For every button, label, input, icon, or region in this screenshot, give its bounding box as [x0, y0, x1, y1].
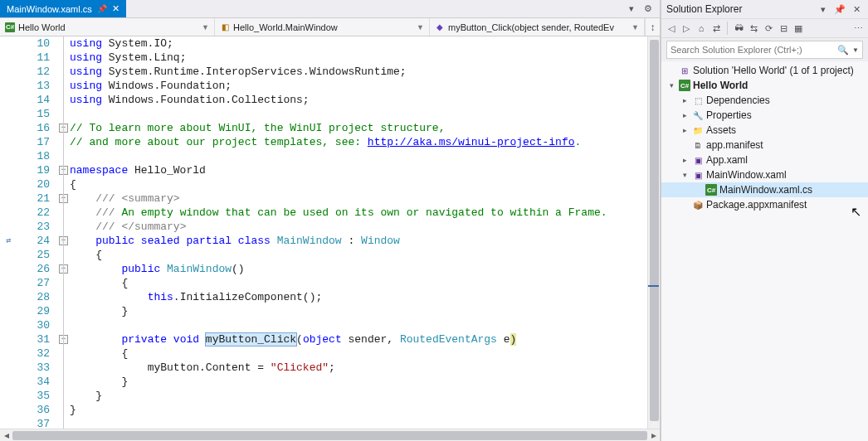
- ref-icon: ⬚: [692, 94, 704, 106]
- expand-arrow-icon[interactable]: ▸: [680, 156, 690, 164]
- home-icon[interactable]: ⌂: [695, 22, 708, 35]
- search-icon[interactable]: 🔍: [834, 45, 849, 56]
- close-icon[interactable]: ✕: [112, 3, 119, 14]
- solution-explorer-panel: Solution Explorer ▾ 📌 ✕ ◁ ▷ ⌂ ⇄ 🕶 ⇆ ⟳ ⊟ …: [661, 0, 868, 441]
- auto-hide-pin-icon[interactable]: 📌: [833, 2, 846, 16]
- expand-arrow-icon[interactable]: ▾: [680, 171, 690, 179]
- tab-dropdown-icon[interactable]: ▾: [625, 2, 638, 16]
- sln-icon: ⊞: [679, 65, 690, 76]
- scroll-right-arrow-icon[interactable]: ▸: [647, 429, 660, 441]
- vertical-scrollbar[interactable]: [647, 36, 660, 429]
- scroll-caret-mark: [648, 285, 659, 287]
- sync-with-active-doc-icon[interactable]: ⇆: [747, 22, 760, 35]
- chevron-down-icon: ▼: [417, 23, 424, 32]
- tab-title: MainWindow.xaml.cs: [7, 4, 92, 14]
- tree-node-label: Assets: [706, 124, 736, 136]
- expand-arrow-icon[interactable]: ▾: [666, 81, 676, 90]
- pin-icon[interactable]: 📌: [97, 4, 107, 13]
- tree-node-label: Dependencies: [706, 94, 770, 106]
- tree-node[interactable]: ▾C#Hello World: [661, 78, 868, 93]
- chevron-down-icon: ▼: [631, 23, 639, 32]
- csharp-project-icon: C#: [5, 22, 15, 32]
- tree-node-label: Hello World: [693, 80, 748, 91]
- editor-area: MainWindow.xaml.cs 📌 ✕ ▾ ⚙ C# Hello Worl…: [0, 0, 661, 441]
- code-text[interactable]: using System.IO;using System.Linq;using …: [70, 36, 647, 429]
- tree-node-label: App.xaml: [706, 154, 748, 166]
- chevron-down-icon: ▼: [202, 23, 209, 32]
- pending-changes-filter-icon[interactable]: 🕶: [732, 22, 745, 35]
- refresh-icon[interactable]: ⟳: [762, 22, 775, 35]
- method-icon: ◆: [435, 22, 445, 32]
- cs-icon: C#: [705, 184, 717, 196]
- file-icon: 🗎: [692, 139, 704, 151]
- nav-project-dropdown[interactable]: C# Hello World ▼: [0, 18, 215, 36]
- class-icon: ◧: [220, 22, 230, 32]
- indicator-margin: ⇄: [0, 36, 17, 429]
- fold-icon: 📁: [692, 124, 704, 136]
- tree-node[interactable]: 🗎app.manifest: [661, 138, 868, 153]
- line-number-gutter: 1011121314151617181920212223242526272829…: [17, 36, 58, 429]
- tree-node[interactable]: ▸📁Assets: [661, 123, 868, 138]
- document-tab-strip: MainWindow.xaml.cs 📌 ✕ ▾ ⚙: [0, 0, 660, 18]
- cs-icon: C#: [679, 80, 690, 91]
- expand-arrow-icon[interactable]: ▸: [680, 126, 690, 134]
- nav-member-dropdown[interactable]: ◆ myButton_Click(object sender, RoutedEv…: [430, 18, 645, 36]
- show-all-files-icon[interactable]: ▦: [792, 22, 805, 35]
- nav-project-label: Hello World: [18, 22, 66, 32]
- tree-node-label: Solution 'Hello World' (1 of 1 project): [693, 65, 854, 76]
- code-editor[interactable]: ⇄ 10111213141516171819202122232425262728…: [0, 36, 660, 429]
- tree-node[interactable]: C#MainWindow.xaml.cs: [661, 182, 868, 197]
- tree-node-label: MainWindow.xaml: [706, 169, 787, 181]
- back-icon[interactable]: ◁: [665, 22, 678, 35]
- tree-node[interactable]: ▸⬚Dependencies: [661, 93, 868, 108]
- navigation-bar: C# Hello World ▼ ◧ Hello_World.MainWindo…: [0, 18, 660, 36]
- search-input[interactable]: [671, 45, 834, 55]
- collapse-all-icon[interactable]: ⊟: [777, 22, 790, 35]
- tree-node[interactable]: ▸▣App.xaml: [661, 153, 868, 167]
- nav-class-label: Hello_World.MainWindow: [233, 22, 338, 32]
- window-position-icon[interactable]: ▾: [817, 2, 830, 16]
- scroll-thumb-horizontal[interactable]: [12, 431, 647, 440]
- solution-explorer-toolbar: ◁ ▷ ⌂ ⇄ 🕶 ⇆ ⟳ ⊟ ▦ ⋯: [661, 18, 868, 38]
- prop-icon: 🔧: [692, 109, 704, 121]
- nav-class-dropdown[interactable]: ◧ Hello_World.MainWindow ▼: [215, 18, 430, 36]
- gear-icon[interactable]: ⚙: [641, 2, 655, 16]
- xaml-icon: ▣: [692, 169, 704, 181]
- solution-explorer-titlebar: Solution Explorer ▾ 📌 ✕: [661, 0, 868, 18]
- split-editor-button[interactable]: ↕: [645, 18, 660, 36]
- more-icon[interactable]: ⋯: [851, 22, 865, 35]
- horizontal-scrollbar[interactable]: ◂ ▸: [0, 429, 660, 441]
- switch-views-icon[interactable]: ⇄: [710, 22, 723, 35]
- xaml-icon: ▣: [692, 154, 704, 166]
- outlining-margin[interactable]: −−−−−−: [58, 36, 70, 429]
- tree-node[interactable]: 📦Package.appxmanifest: [661, 197, 868, 212]
- tree-node-label: Package.appxmanifest: [706, 199, 807, 211]
- solution-tree[interactable]: ⊞Solution 'Hello World' (1 of 1 project)…: [661, 61, 868, 441]
- solution-explorer-search[interactable]: 🔍 ▼: [666, 41, 863, 59]
- tree-node[interactable]: ▸🔧Properties: [661, 108, 868, 123]
- panel-title: Solution Explorer: [666, 3, 742, 15]
- search-dropdown-icon[interactable]: ▼: [849, 46, 859, 54]
- tree-node[interactable]: ⊞Solution 'Hello World' (1 of 1 project): [661, 63, 868, 78]
- document-tab-active[interactable]: MainWindow.xaml.cs 📌 ✕: [0, 0, 126, 17]
- tree-node-label: MainWindow.xaml.cs: [719, 184, 812, 196]
- expand-arrow-icon[interactable]: ▸: [680, 111, 690, 119]
- scroll-left-arrow-icon[interactable]: ◂: [0, 429, 12, 441]
- scroll-thumb[interactable]: [650, 40, 659, 421]
- forward-icon[interactable]: ▷: [680, 22, 693, 35]
- tree-node[interactable]: ▾▣MainWindow.xaml: [661, 167, 868, 182]
- tree-node-label: Properties: [706, 109, 752, 121]
- close-panel-icon[interactable]: ✕: [850, 2, 863, 16]
- pkg-icon: 📦: [692, 199, 704, 211]
- tree-node-label: app.manifest: [706, 139, 763, 151]
- nav-member-label: myButton_Click(object sender, RoutedEv: [448, 22, 614, 32]
- expand-arrow-icon[interactable]: ▸: [680, 96, 690, 104]
